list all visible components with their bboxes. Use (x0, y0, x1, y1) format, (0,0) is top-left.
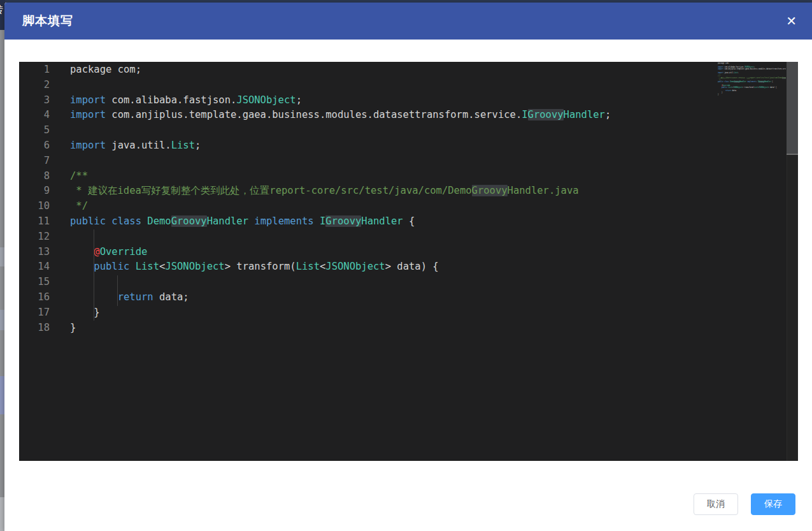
line-number: 3 (19, 93, 50, 108)
indent-guide (117, 275, 118, 306)
scrollbar-thumb[interactable] (787, 62, 798, 155)
minimap[interactable]: package com;import com.alibaba.fastjson.… (718, 62, 786, 458)
code-line-text: } (718, 94, 718, 96)
line-number: 10 (19, 199, 50, 214)
code-line-text: public List<JSONObject> transform(List<J… (718, 86, 777, 88)
line-number: 17 (19, 305, 50, 321)
code-line: 12 (19, 229, 785, 245)
code-line: 4import com.anjiplus.template.gaea.busin… (19, 108, 785, 123)
code-line-text: import com.alibaba.fastjson.JSONObject; (70, 93, 302, 108)
code-line-text: } (70, 305, 100, 321)
code-line: 7 (19, 154, 785, 169)
code-line-text: import java.util.List; (718, 71, 739, 73)
code-line-text: public List<JSONObject> transform(List<J… (70, 259, 439, 275)
code-line: 9 * 建议在idea写好复制整个类到此处，位置report-core/src/… (19, 184, 785, 199)
dialog-header: 脚本填写 ✕ (4, 3, 812, 40)
code-line: 15 (19, 275, 785, 290)
code-line-text: import com.anjiplus.template.gaea.busine… (70, 108, 611, 123)
code-line-text: /** (70, 169, 88, 184)
code-line: 8/** (19, 169, 785, 184)
code-line-text: * 建议在idea写好复制整个类到此处，位置report-core/src/te… (718, 77, 786, 79)
background-partial-text: 转 (0, 4, 3, 16)
code-line: 14 public List<JSONObject> transform(Lis… (19, 259, 785, 275)
code-editor[interactable]: 1package com;23import com.alibaba.fastjs… (19, 62, 798, 461)
line-number: 11 (19, 214, 50, 229)
code-line: 18} (19, 321, 785, 336)
cancel-button[interactable]: 取消 (694, 493, 738, 515)
dialog-title: 脚本填写 (22, 3, 73, 40)
code-line-text: */ (70, 199, 88, 214)
editor-scrollbar[interactable] (787, 62, 798, 461)
code-line-text: } (70, 321, 76, 336)
code-line-text: * 建议在idea写好复制整个类到此处，位置report-core/src/te… (70, 184, 579, 199)
code-line: 1package com; (19, 62, 785, 78)
line-number: 4 (19, 108, 50, 123)
code-line: 3import com.alibaba.fastjson.JSONObject; (19, 93, 785, 108)
code-area[interactable]: 1package com;23import com.alibaba.fastjs… (19, 62, 785, 335)
minimap-line: } (718, 94, 786, 96)
save-button[interactable]: 保存 (751, 493, 795, 515)
minimap-content: package com;import com.alibaba.fastjson.… (718, 62, 786, 96)
code-line-text: package com; (70, 62, 141, 78)
minimap-line: public List<JSONObject> transform(List<J… (718, 86, 786, 88)
code-line-text: import com.anjiplus.template.gaea.busine… (718, 68, 786, 70)
dialog-footer: 取消 保存 (694, 493, 795, 515)
code-line: 5 (19, 123, 785, 138)
line-number: 1 (19, 62, 50, 78)
minimap-line: import com.anjiplus.template.gaea.busine… (718, 68, 786, 70)
line-number: 9 (19, 184, 50, 199)
line-number: 6 (19, 138, 50, 154)
code-line-text: public class DemoGroovyHandler implement… (70, 214, 415, 229)
code-line: 13 @Override (19, 245, 785, 260)
line-number: 16 (19, 290, 50, 305)
line-number: 7 (19, 154, 50, 169)
code-line: 10 */ (19, 199, 785, 214)
line-number: 12 (19, 229, 50, 245)
close-icon[interactable]: ✕ (786, 3, 797, 40)
script-dialog: 脚本填写 ✕ 1package com;23import com.alibaba… (4, 3, 812, 531)
code-line: 16 return data; (19, 290, 785, 305)
screen: 转 脚本填写 ✕ 1package com;23import com.aliba… (0, 0, 812, 531)
code-line: 11public class DemoGroovyHandler impleme… (19, 214, 785, 229)
code-line-text: @Override (70, 245, 147, 260)
line-number: 14 (19, 259, 50, 275)
indent-guide (94, 229, 94, 321)
line-number: 15 (19, 275, 50, 290)
minimap-line: * 建议在idea写好复制整个类到此处，位置report-core/src/te… (718, 77, 786, 79)
line-number: 18 (19, 321, 50, 336)
line-number: 2 (19, 78, 50, 93)
code-line-text: public class DemoGroovyHandler implement… (718, 81, 773, 83)
code-line-text: package com; (718, 62, 729, 64)
code-line: 17 } (19, 305, 785, 321)
code-line-text: return data; (70, 290, 189, 305)
code-line: 6import java.util.List; (19, 138, 785, 154)
line-number: 13 (19, 245, 50, 260)
line-number: 8 (19, 169, 50, 184)
code-line: 2 (19, 78, 785, 93)
code-line-text: import java.util.List; (70, 138, 201, 154)
line-number: 5 (19, 123, 50, 138)
